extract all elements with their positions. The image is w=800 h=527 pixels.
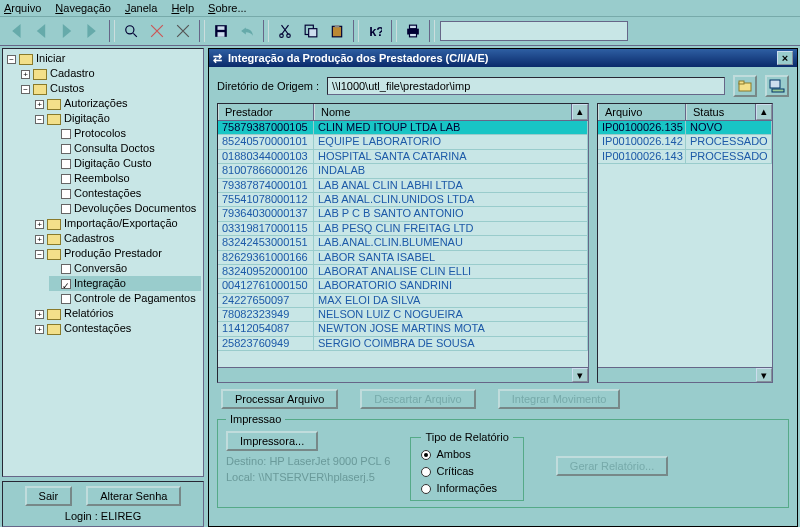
tipo-relatorio-fieldset: Tipo de Relatório Ambos Críticas Informa… [410,431,523,501]
tree-contestacoes2[interactable]: Contestações [64,322,131,334]
radio-informacoes[interactable]: Informações [421,480,512,497]
save-icon[interactable] [210,20,232,42]
alterar-senha-button[interactable]: Alterar Senha [86,486,181,506]
table-row[interactable]: 79387874000101LAB ANAL CLIN LABHI LTDA [218,179,588,193]
col-nome[interactable]: Nome [314,104,572,120]
tree-integracao[interactable]: Integração [74,277,126,289]
svg-rect-10 [335,25,340,27]
tree-digitacaocusto[interactable]: Digitação Custo [74,157,152,169]
table-row[interactable]: 24227650097MAX ELOI DA SILVA [218,294,588,308]
radio-ambos[interactable]: Ambos [421,446,512,463]
svg-point-0 [126,26,134,34]
tree-root[interactable]: Iniciar [36,52,65,64]
menu-navegacao[interactable]: Navegação [55,2,111,14]
table-row[interactable]: 03319817000115LAB PESQ CLIN FREITAG LTD [218,222,588,236]
svg-point-6 [287,34,291,38]
table-row[interactable]: 83242453000151LAB.ANAL.CLIN.BLUMENAU [218,236,588,250]
table-row[interactable]: 78082323949NELSON LUIZ C NOGUEIRA [218,308,588,322]
impressao-legend: Impressao [226,413,285,425]
paste-icon[interactable] [326,20,348,42]
tree-impexp[interactable]: Importação/Exportação [64,217,178,229]
tree-consultadoctos[interactable]: Consulta Doctos [74,142,155,154]
table-row[interactable]: 82629361000166LABOR SANTA ISABEL [218,251,588,265]
table-row[interactable]: 79364030000137LAB P C B SANTO ANTONIO [218,207,588,221]
table-row[interactable]: 25823760949SERGIO COIMBRA DE SOUSA [218,337,588,351]
window-icon: ⇄ [213,52,222,65]
impressora-button[interactable]: Impressora... [226,431,318,451]
table-row[interactable]: 81007866000126INDALAB [218,164,588,178]
svg-line-1 [133,33,137,37]
tree-devolucoes[interactable]: Devoluções Documentos [74,202,196,214]
undo-icon[interactable] [236,20,258,42]
tree-cadastro[interactable]: Cadastro [50,67,95,79]
copy-icon[interactable] [300,20,322,42]
scroll-up-icon[interactable]: ▴ [572,104,588,120]
svg-rect-18 [772,89,784,92]
help-icon[interactable]: k? [364,20,386,42]
menu-sobre[interactable]: Sobre... [208,2,247,14]
table-row[interactable]: 00412761000150LABORATORIO SANDRINI [218,279,588,293]
tree-custos[interactable]: Custos [50,82,84,94]
tree-relatorios[interactable]: Relatórios [64,307,114,319]
scroll-down-icon[interactable]: ▾ [756,368,772,382]
destino-label: Destino: HP LaserJet 9000 PCL 6 [226,455,390,467]
nav-last-icon[interactable] [82,20,104,42]
nav-first-icon[interactable] [4,20,26,42]
tree-cadastros[interactable]: Cadastros [64,232,114,244]
descartar-button[interactable]: Descartar Arquivo [360,389,475,409]
tree-digitacao[interactable]: Digitação [64,112,110,124]
tree-conversao[interactable]: Conversão [74,262,127,274]
tree-controlepgto[interactable]: Controle de Pagamentos [74,292,196,304]
menu-help[interactable]: Help [171,2,194,14]
nav-next-icon[interactable] [56,20,78,42]
processar-button[interactable]: Processar Arquivo [221,389,338,409]
radio-criticas[interactable]: Críticas [421,463,512,480]
gerar-relatorio-button[interactable]: Gerar Relatório... [556,456,668,476]
col-status[interactable]: Status [686,104,756,120]
tree-autorizacoes[interactable]: Autorizações [64,97,128,109]
tree-contestacoes1[interactable]: Contestações [74,187,141,199]
table-row[interactable]: IP00100026.142PROCESSADO [598,135,772,149]
dir-input[interactable] [327,77,725,95]
toolbar-field[interactable] [440,21,628,41]
local-label: Local: \\NTSERVER\hplaserj.5 [226,471,390,483]
col-prestador[interactable]: Prestador [218,104,314,120]
table-row[interactable]: 11412054087NEWTON JOSE MARTINS MOTA [218,322,588,336]
tool-icon-a[interactable] [146,20,168,42]
table-row[interactable]: IP00100026.143PROCESSADO [598,150,772,164]
svg-rect-16 [739,81,744,84]
menu-arquivo[interactable]: AArquivorquivo [4,2,41,14]
svg-rect-13 [410,25,417,29]
table-row[interactable]: 85240570000101EQUIPE LABORATORIO [218,135,588,149]
svg-rect-9 [332,26,341,36]
scroll-up-icon[interactable]: ▴ [756,104,772,120]
computer-icon[interactable] [765,75,789,97]
nav-tree[interactable]: −Iniciar +Cadastro −Custos +Autorizações… [2,48,204,477]
col-arquivo[interactable]: Arquivo [598,104,686,120]
scroll-down-icon[interactable]: ▾ [572,368,588,382]
table-row[interactable]: 83240952000100LABORAT ANALISE CLIN ELLI [218,265,588,279]
cut-icon[interactable] [274,20,296,42]
tool-icon-b[interactable] [172,20,194,42]
arquivo-grid[interactable]: Arquivo Status ▴ IP00100026.135NOVOIP001… [597,103,773,383]
sair-button[interactable]: Sair [25,486,73,506]
prestador-grid[interactable]: Prestador Nome ▴ 75879387000105CLIN MED … [217,103,589,383]
integrar-button[interactable]: Integrar Movimento [498,389,621,409]
search-icon[interactable] [120,20,142,42]
table-row[interactable]: 75541078000112LAB ANAL.CLIN.UNIDOS LTDA [218,193,588,207]
tree-protocolos[interactable]: Protocolos [74,127,126,139]
login-label: Login : ELIREG [65,510,141,522]
tree-prodprest[interactable]: Produção Prestador [64,247,162,259]
nav-prev-icon[interactable] [30,20,52,42]
tree-reembolso[interactable]: Reembolso [74,172,130,184]
window-titlebar: ⇄ Integração da Produção dos Prestadores… [209,49,797,67]
table-row[interactable]: IP00100026.135NOVO [598,121,772,135]
tipo-legend: Tipo de Relatório [421,431,512,443]
browse-button[interactable] [733,75,757,97]
svg-rect-8 [309,29,317,37]
table-row[interactable]: 01880344000103HOSPITAL SANTA CATARINA [218,150,588,164]
close-icon[interactable]: × [777,51,793,65]
menu-janela[interactable]: Janela [125,2,157,14]
print-icon[interactable] [402,20,424,42]
table-row[interactable]: 75879387000105CLIN MED ITOUP LTDA LAB [218,121,588,135]
